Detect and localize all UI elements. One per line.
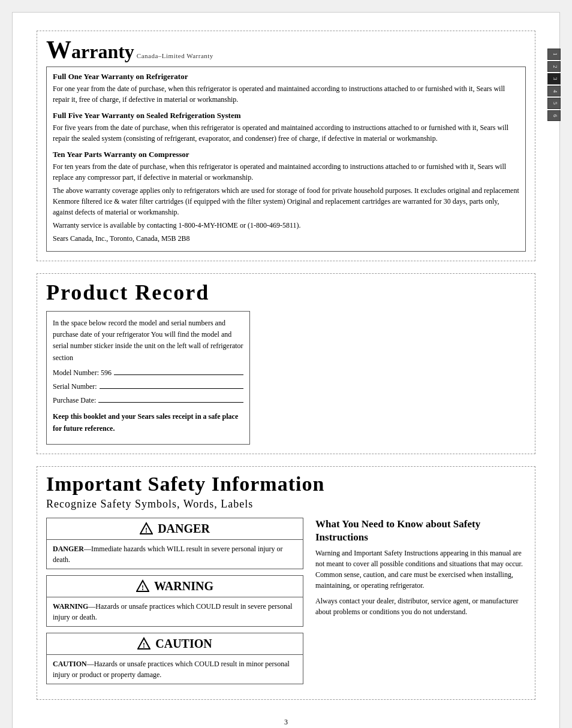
purchase-date-field: Purchase Date:	[53, 395, 243, 406]
warranty-text-1: For one year from the date of purchase, …	[53, 83, 519, 105]
sidebar-tab-4[interactable]: 4	[547, 86, 561, 97]
safety-right-title: What You Need to Know about Safety Instr…	[315, 518, 526, 544]
product-record-box: In the space below record the model and …	[46, 311, 250, 445]
warning-body: WARNING—Hazards or unsafe practices whic…	[47, 597, 303, 626]
warranty-text-6: Sears Canada, Inc., Toronto, Canada, M5B…	[53, 233, 519, 244]
danger-body-prefix: DANGER	[53, 545, 84, 553]
svg-text:!: !	[145, 526, 147, 534]
serial-number-underline	[100, 388, 243, 389]
model-number-label: Model Number: 596	[53, 367, 112, 379]
page: 1 2 3 4 5 6 Warranty Canada–Limited Warr…	[12, 12, 560, 728]
sidebar-tab-6[interactable]: 6	[547, 110, 561, 122]
product-record-description: In the space below record the model and …	[53, 318, 243, 364]
sidebar-tab-5[interactable]: 5	[547, 98, 561, 109]
page-number: 3	[37, 718, 535, 727]
danger-body-text: —Immediate hazards which WILL result in …	[53, 545, 283, 564]
caution-header: ! CAUTION	[47, 633, 303, 655]
warranty-title: Warranty	[46, 37, 134, 62]
safety-columns: ! DANGER DANGER—Immediate hazards which …	[46, 518, 526, 690]
warranty-heading-2: Full Five Year Warranty on Sealed Refrig…	[53, 111, 519, 120]
warranty-content: Full One Year Warranty on Refrigerator F…	[46, 67, 526, 252]
danger-icon: !	[140, 522, 153, 535]
warranty-text-2: For five years from the date of purchase…	[53, 122, 519, 144]
svg-text:!: !	[142, 584, 144, 592]
safety-right-column: What You Need to Know about Safety Instr…	[315, 518, 526, 690]
warranty-text-3: For ten years from the date of purchase,…	[53, 161, 519, 183]
warranty-text-5: Warranty service is available by contact…	[53, 220, 519, 231]
safety-title: Important Safety Information	[46, 473, 526, 496]
caution-label: CAUTION	[155, 637, 212, 651]
sidebar-tab-2[interactable]: 2	[547, 61, 561, 73]
warranty-heading-1: Full One Year Warranty on Refrigerator	[53, 72, 519, 81]
warranty-subtitle: Canada–Limited Warranty	[137, 52, 213, 59]
warranty-title-w: W	[46, 36, 71, 64]
caution-icon: !	[137, 637, 150, 650]
product-record-section: Product Record In the space below record…	[37, 273, 535, 454]
danger-label: DANGER	[158, 522, 210, 536]
danger-body: DANGER—Immediate hazards which WILL resu…	[47, 540, 303, 569]
purchase-date-label: Purchase Date:	[53, 395, 96, 406]
model-number-underline	[114, 374, 243, 375]
sidebar-tab-1[interactable]: 1	[547, 49, 561, 60]
sidebar-tabs: 1 2 3 4 5 6	[547, 49, 561, 121]
warning-label: WARNING	[154, 579, 213, 593]
warning-body-prefix: WARNING	[53, 602, 88, 611]
danger-header: ! DANGER	[47, 518, 303, 540]
caution-box: ! CAUTION CAUTION—Hazards or unsafe prac…	[46, 633, 303, 684]
caution-body: CAUTION—Hazards or unsafe practices whic…	[47, 655, 303, 684]
safety-right-para-2: Always contact your dealer, distributor,…	[315, 596, 526, 617]
safety-subtitle: Recognize Safety Symbols, Words, Labels	[46, 498, 526, 510]
warning-icon: !	[136, 579, 149, 593]
caution-body-text: —Hazards or unsafe practices which COULD…	[53, 660, 290, 679]
svg-text:!: !	[143, 641, 145, 650]
product-record-title: Product Record	[46, 280, 526, 305]
warning-header: ! WARNING	[47, 576, 303, 597]
product-record-note: Keep this booklet and your Sears sales r…	[53, 411, 243, 434]
serial-number-field: Serial Number:	[53, 381, 243, 392]
warranty-text-4: The above warranty coverage applies only…	[53, 185, 519, 218]
purchase-date-underline	[98, 402, 243, 403]
sidebar-tab-3[interactable]: 3	[547, 73, 561, 84]
safety-left-column: ! DANGER DANGER—Immediate hazards which …	[46, 518, 303, 690]
serial-number-label: Serial Number:	[53, 381, 97, 392]
warning-box: ! WARNING WARNING—Hazards or unsafe prac…	[46, 575, 303, 627]
caution-body-prefix: CAUTION	[53, 660, 87, 668]
warranty-heading-3: Ten Year Parts Warranty on Compressor	[53, 150, 519, 159]
warranty-section: Warranty Canada–Limited Warranty Full On…	[37, 31, 535, 261]
model-number-field: Model Number: 596	[53, 367, 243, 379]
safety-right-para-1: Warning and Important Safety Instruction…	[315, 548, 526, 591]
warning-body-text: —Hazards or unsafe practices which COULD…	[53, 602, 293, 621]
safety-section: Important Safety Information Recognize S…	[37, 466, 535, 700]
danger-box: ! DANGER DANGER—Immediate hazards which …	[46, 518, 303, 569]
